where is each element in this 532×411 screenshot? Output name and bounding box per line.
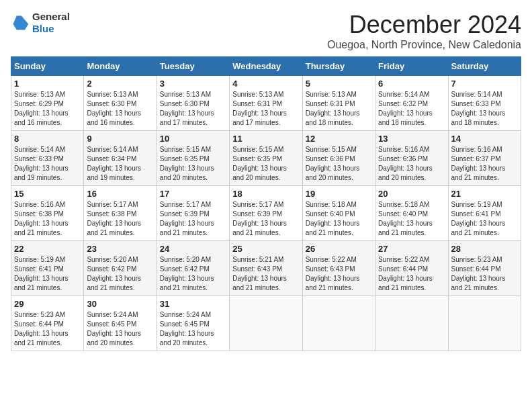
day-number: 5 xyxy=(306,79,372,89)
day-info: Sunrise: 5:17 AM Sunset: 6:39 PM Dayligh… xyxy=(232,200,299,238)
column-header-wednesday: Wednesday xyxy=(230,57,302,76)
empty-cell xyxy=(375,296,448,351)
logo-text: General Blue xyxy=(32,11,70,35)
calendar-day-12: 12 Sunrise: 5:15 AM Sunset: 6:36 PM Dayl… xyxy=(302,131,375,186)
calendar-day-18: 18 Sunrise: 5:17 AM Sunset: 6:39 PM Dayl… xyxy=(230,186,302,241)
day-number: 19 xyxy=(306,189,372,199)
day-number: 15 xyxy=(14,189,81,199)
calendar-day-1: 1 Sunrise: 5:13 AM Sunset: 6:29 PM Dayli… xyxy=(11,76,84,131)
day-number: 27 xyxy=(378,244,445,254)
day-number: 2 xyxy=(87,79,153,89)
calendar-day-2: 2 Sunrise: 5:13 AM Sunset: 6:30 PM Dayli… xyxy=(84,76,157,131)
day-number: 23 xyxy=(87,244,153,254)
day-number: 26 xyxy=(306,244,372,254)
day-number: 25 xyxy=(232,244,299,254)
day-info: Sunrise: 5:18 AM Sunset: 6:40 PM Dayligh… xyxy=(306,200,372,238)
day-number: 13 xyxy=(378,134,445,144)
calendar-day-24: 24 Sunrise: 5:20 AM Sunset: 6:42 PM Dayl… xyxy=(157,241,229,296)
day-number: 11 xyxy=(232,134,299,144)
day-info: Sunrise: 5:15 AM Sunset: 6:36 PM Dayligh… xyxy=(306,145,372,183)
calendar-day-23: 23 Sunrise: 5:20 AM Sunset: 6:42 PM Dayl… xyxy=(84,241,157,296)
calendar-week-3: 15 Sunrise: 5:16 AM Sunset: 6:38 PM Dayl… xyxy=(11,186,521,241)
day-info: Sunrise: 5:22 AM Sunset: 6:43 PM Dayligh… xyxy=(306,255,372,293)
calendar-day-19: 19 Sunrise: 5:18 AM Sunset: 6:40 PM Dayl… xyxy=(302,186,375,241)
day-info: Sunrise: 5:20 AM Sunset: 6:42 PM Dayligh… xyxy=(160,255,226,293)
calendar-day-17: 17 Sunrise: 5:17 AM Sunset: 6:39 PM Dayl… xyxy=(157,186,229,241)
day-info: Sunrise: 5:14 AM Sunset: 6:32 PM Dayligh… xyxy=(378,90,445,128)
calendar-day-8: 8 Sunrise: 5:14 AM Sunset: 6:33 PM Dayli… xyxy=(11,131,84,186)
day-number: 9 xyxy=(87,134,153,144)
calendar-day-14: 14 Sunrise: 5:16 AM Sunset: 6:37 PM Dayl… xyxy=(448,131,521,186)
day-number: 8 xyxy=(14,134,81,144)
calendar-day-28: 28 Sunrise: 5:23 AM Sunset: 6:44 PM Dayl… xyxy=(448,241,521,296)
calendar-day-20: 20 Sunrise: 5:18 AM Sunset: 6:40 PM Dayl… xyxy=(375,186,448,241)
calendar-day-11: 11 Sunrise: 5:15 AM Sunset: 6:35 PM Dayl… xyxy=(230,131,302,186)
calendar-week-2: 8 Sunrise: 5:14 AM Sunset: 6:33 PM Dayli… xyxy=(11,131,521,186)
day-info: Sunrise: 5:16 AM Sunset: 6:36 PM Dayligh… xyxy=(378,145,445,183)
calendar-day-31: 31 Sunrise: 5:24 AM Sunset: 6:45 PM Dayl… xyxy=(157,296,229,351)
calendar-day-27: 27 Sunrise: 5:22 AM Sunset: 6:44 PM Dayl… xyxy=(375,241,448,296)
day-info: Sunrise: 5:24 AM Sunset: 6:45 PM Dayligh… xyxy=(160,310,226,348)
day-info: Sunrise: 5:19 AM Sunset: 6:41 PM Dayligh… xyxy=(14,255,81,293)
day-number: 12 xyxy=(306,134,372,144)
calendar-week-5: 29 Sunrise: 5:23 AM Sunset: 6:44 PM Dayl… xyxy=(11,296,521,351)
day-number: 30 xyxy=(87,299,153,309)
day-info: Sunrise: 5:14 AM Sunset: 6:33 PM Dayligh… xyxy=(14,145,81,183)
logo-general: General xyxy=(32,11,70,22)
day-info: Sunrise: 5:24 AM Sunset: 6:45 PM Dayligh… xyxy=(87,310,153,348)
day-info: Sunrise: 5:13 AM Sunset: 6:31 PM Dayligh… xyxy=(306,90,372,128)
day-number: 1 xyxy=(14,79,81,89)
day-info: Sunrise: 5:16 AM Sunset: 6:38 PM Dayligh… xyxy=(14,200,81,238)
day-number: 22 xyxy=(14,244,81,254)
day-info: Sunrise: 5:23 AM Sunset: 6:44 PM Dayligh… xyxy=(451,255,518,293)
day-number: 7 xyxy=(451,79,518,89)
column-header-thursday: Thursday xyxy=(302,57,375,76)
calendar-day-22: 22 Sunrise: 5:19 AM Sunset: 6:41 PM Dayl… xyxy=(11,241,84,296)
calendar-day-25: 25 Sunrise: 5:21 AM Sunset: 6:43 PM Dayl… xyxy=(230,241,302,296)
subtitle: Ouegoa, North Province, New Caledonia xyxy=(327,39,521,51)
calendar-day-16: 16 Sunrise: 5:17 AM Sunset: 6:38 PM Dayl… xyxy=(84,186,157,241)
calendar-day-9: 9 Sunrise: 5:14 AM Sunset: 6:34 PM Dayli… xyxy=(84,131,157,186)
day-info: Sunrise: 5:13 AM Sunset: 6:30 PM Dayligh… xyxy=(160,90,226,128)
day-number: 14 xyxy=(451,134,518,144)
calendar-day-3: 3 Sunrise: 5:13 AM Sunset: 6:30 PM Dayli… xyxy=(157,76,229,131)
calendar-week-4: 22 Sunrise: 5:19 AM Sunset: 6:41 PM Dayl… xyxy=(11,241,521,296)
column-header-monday: Monday xyxy=(84,57,157,76)
calendar-table: SundayMondayTuesdayWednesdayThursdayFrid… xyxy=(11,56,521,351)
calendar-day-13: 13 Sunrise: 5:16 AM Sunset: 6:36 PM Dayl… xyxy=(375,131,448,186)
calendar-day-7: 7 Sunrise: 5:14 AM Sunset: 6:33 PM Dayli… xyxy=(448,76,521,131)
day-number: 21 xyxy=(451,189,518,199)
day-info: Sunrise: 5:20 AM Sunset: 6:42 PM Dayligh… xyxy=(87,255,153,293)
column-header-tuesday: Tuesday xyxy=(157,57,229,76)
empty-cell xyxy=(448,296,521,351)
day-number: 4 xyxy=(232,79,299,89)
day-number: 29 xyxy=(14,299,81,309)
logo-blue: Blue xyxy=(32,23,54,34)
title-block: December 2024 Ouegoa, North Province, Ne… xyxy=(327,11,521,51)
day-info: Sunrise: 5:14 AM Sunset: 6:34 PM Dayligh… xyxy=(87,145,153,183)
header: General Blue December 2024 Ouegoa, North… xyxy=(11,11,521,51)
calendar-day-6: 6 Sunrise: 5:14 AM Sunset: 6:32 PM Dayli… xyxy=(375,76,448,131)
main-title: December 2024 xyxy=(327,11,521,39)
column-header-saturday: Saturday xyxy=(448,57,521,76)
day-info: Sunrise: 5:23 AM Sunset: 6:44 PM Dayligh… xyxy=(14,310,81,348)
logo-icon xyxy=(11,13,30,32)
calendar-day-26: 26 Sunrise: 5:22 AM Sunset: 6:43 PM Dayl… xyxy=(302,241,375,296)
calendar-week-1: 1 Sunrise: 5:13 AM Sunset: 6:29 PM Dayli… xyxy=(11,76,521,131)
day-info: Sunrise: 5:15 AM Sunset: 6:35 PM Dayligh… xyxy=(160,145,226,183)
day-number: 6 xyxy=(378,79,445,89)
day-info: Sunrise: 5:21 AM Sunset: 6:43 PM Dayligh… xyxy=(232,255,299,293)
day-info: Sunrise: 5:13 AM Sunset: 6:29 PM Dayligh… xyxy=(14,90,81,128)
empty-cell xyxy=(302,296,375,351)
day-info: Sunrise: 5:16 AM Sunset: 6:37 PM Dayligh… xyxy=(451,145,518,183)
column-header-sunday: Sunday xyxy=(11,57,84,76)
day-number: 31 xyxy=(160,299,226,309)
day-number: 20 xyxy=(378,189,445,199)
day-number: 24 xyxy=(160,244,226,254)
calendar-day-15: 15 Sunrise: 5:16 AM Sunset: 6:38 PM Dayl… xyxy=(11,186,84,241)
calendar-day-10: 10 Sunrise: 5:15 AM Sunset: 6:35 PM Dayl… xyxy=(157,131,229,186)
calendar-day-4: 4 Sunrise: 5:13 AM Sunset: 6:31 PM Dayli… xyxy=(230,76,302,131)
calendar-day-30: 30 Sunrise: 5:24 AM Sunset: 6:45 PM Dayl… xyxy=(84,296,157,351)
day-number: 17 xyxy=(160,189,226,199)
day-info: Sunrise: 5:22 AM Sunset: 6:44 PM Dayligh… xyxy=(378,255,445,293)
